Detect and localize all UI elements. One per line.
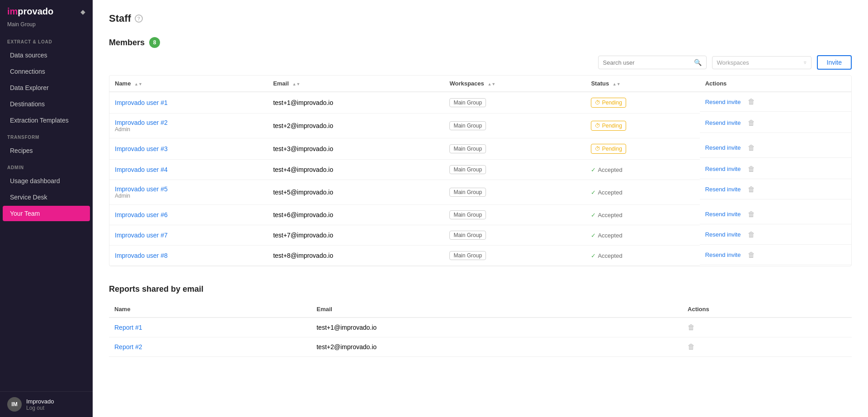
- reports-table: Name Email Actions Report #1 test+1@impr…: [109, 301, 852, 357]
- logout-button[interactable]: Log out: [26, 405, 54, 411]
- member-email-cell: test+7@improvado.io: [268, 225, 444, 246]
- member-name-link[interactable]: Improvado user #4: [115, 166, 168, 173]
- member-name-link[interactable]: Improvado user #6: [115, 211, 168, 218]
- sidebar-item-recipes[interactable]: Recipes: [3, 143, 90, 158]
- workspace-tag: Main Group: [449, 231, 486, 240]
- sidebar-item-service-desk[interactable]: Service Desk: [3, 190, 90, 205]
- member-name-cell: Improvado user #3: [109, 138, 268, 160]
- resend-invite-link[interactable]: Resend invite: [705, 144, 741, 151]
- reports-col-email: Email: [311, 301, 682, 317]
- workspace-switcher-icon[interactable]: ◆: [80, 8, 85, 15]
- sidebar-item-your-team[interactable]: Your Team: [3, 206, 90, 221]
- search-box: 🔍: [598, 56, 707, 69]
- resend-invite-link[interactable]: Resend invite: [705, 211, 741, 218]
- status-accepted: ✓ Accepted: [591, 166, 622, 173]
- logo: improvado: [7, 6, 53, 17]
- member-status-cell: ✓ Accepted: [585, 205, 699, 225]
- member-name-cell: Improvado user #2 Admin: [109, 114, 268, 138]
- resend-invite-link[interactable]: Resend invite: [705, 166, 741, 172]
- status-accepted: ✓ Accepted: [591, 189, 622, 196]
- search-input[interactable]: [603, 59, 691, 66]
- section-extract-load: EXTRACT & LOAD: [0, 33, 93, 47]
- member-name-link[interactable]: Improvado user #8: [115, 252, 168, 259]
- member-name-link[interactable]: Improvado user #7: [115, 232, 168, 239]
- members-section-header: Members 8: [109, 37, 852, 48]
- table-row: Improvado user #6 test+6@improvado.io Ma…: [109, 205, 851, 225]
- table-row: Improvado user #8 test+8@improvado.io Ma…: [109, 246, 851, 266]
- member-actions-cell: Resend invite 🗑: [700, 138, 851, 158]
- delete-icon[interactable]: 🗑: [748, 119, 755, 127]
- member-name-link[interactable]: Improvado user #3: [115, 145, 168, 152]
- workspaces-sort-icons[interactable]: ▲▼: [487, 82, 495, 86]
- resend-invite-link[interactable]: Resend invite: [705, 186, 741, 193]
- delete-icon[interactable]: 🗑: [748, 251, 755, 259]
- delete-icon[interactable]: 🗑: [748, 210, 755, 218]
- section-transform: TRANSFORM: [0, 128, 93, 142]
- sidebar: improvado ◆ Main Group EXTRACT & LOAD Da…: [0, 0, 93, 417]
- sidebar-item-destinations[interactable]: Destinations: [3, 96, 90, 112]
- member-workspace-cell: Main Group: [444, 225, 585, 246]
- resend-invite-link[interactable]: Resend invite: [705, 251, 741, 258]
- delete-icon[interactable]: 🗑: [748, 231, 755, 239]
- status-accepted: ✓ Accepted: [591, 212, 622, 218]
- member-actions-cell: Resend invite 🗑: [700, 92, 851, 112]
- member-name-link[interactable]: Improvado user #1: [115, 99, 168, 106]
- table-row: Improvado user #4 test+4@improvado.io Ma…: [109, 160, 851, 180]
- member-workspace-cell: Main Group: [444, 205, 585, 225]
- table-row: Improvado user #1 test+1@improvado.io Ma…: [109, 92, 851, 114]
- workspaces-filter[interactable]: Workspaces ▿: [712, 56, 811, 69]
- workspace-tag: Main Group: [449, 98, 486, 107]
- member-workspace-cell: Main Group: [444, 138, 585, 160]
- sidebar-item-connections[interactable]: Connections: [3, 64, 90, 79]
- col-actions: Actions: [700, 76, 851, 92]
- member-status-cell: ✓ Accepted: [585, 246, 699, 266]
- member-name-cell: Improvado user #6: [109, 205, 268, 225]
- member-actions-cell: Resend invite 🗑: [700, 225, 851, 245]
- member-workspace-cell: Main Group: [444, 114, 585, 138]
- member-workspace-cell: Main Group: [444, 246, 585, 266]
- sidebar-item-extraction-templates[interactable]: Extraction Templates: [3, 113, 90, 128]
- workspace-tag: Main Group: [449, 251, 486, 260]
- report-name-link[interactable]: Report #2: [114, 343, 142, 351]
- reports-section-header: Reports shared by email: [109, 284, 852, 294]
- delete-icon[interactable]: 🗑: [748, 144, 755, 152]
- workspaces-filter-label: Workspaces: [717, 59, 749, 66]
- resend-invite-link[interactable]: Resend invite: [705, 119, 741, 126]
- table-row: Improvado user #3 test+3@improvado.io Ma…: [109, 138, 851, 160]
- email-sort-icons[interactable]: ▲▼: [292, 82, 300, 86]
- col-status: Status ▲▼: [585, 76, 699, 92]
- report-email-cell: test+2@improvado.io: [311, 337, 682, 357]
- resend-invite-link[interactable]: Resend invite: [705, 231, 741, 238]
- report-email-cell: test+1@improvado.io: [311, 317, 682, 337]
- delete-icon[interactable]: 🗑: [748, 165, 755, 173]
- member-actions-cell: Resend invite 🗑: [700, 180, 851, 199]
- name-sort-icons[interactable]: ▲▼: [134, 82, 142, 86]
- sidebar-item-usage-dashboard[interactable]: Usage dashboard: [3, 173, 90, 189]
- member-status-cell: ⏱ Pending: [585, 114, 699, 138]
- report-name-cell: Report #2: [109, 337, 311, 357]
- filter-icon: ▿: [804, 60, 807, 66]
- table-toolbar: 🔍 Workspaces ▿ Invite: [109, 55, 852, 70]
- member-name-link[interactable]: Improvado user #2: [115, 119, 168, 126]
- member-status-cell: ⏱ Pending: [585, 92, 699, 114]
- delete-icon[interactable]: 🗑: [748, 185, 755, 194]
- delete-icon[interactable]: 🗑: [688, 343, 695, 351]
- workspace-tag: Main Group: [449, 188, 486, 197]
- report-actions-cell: 🗑: [682, 337, 852, 357]
- col-name: Name ▲▼: [109, 76, 268, 92]
- delete-icon[interactable]: 🗑: [688, 323, 695, 331]
- workspace-tag: Main Group: [449, 121, 486, 130]
- report-name-link[interactable]: Report #1: [114, 324, 142, 331]
- report-name-cell: Report #1: [109, 317, 311, 337]
- members-table-wrapper: Name ▲▼ Email ▲▼ Workspaces ▲▼ Status ▲▼: [109, 75, 852, 266]
- delete-icon[interactable]: 🗑: [748, 98, 755, 106]
- member-name-link[interactable]: Improvado user #5: [115, 185, 168, 193]
- member-workspace-cell: Main Group: [444, 92, 585, 114]
- sidebar-item-data-sources[interactable]: Data sources: [3, 47, 90, 63]
- sidebar-item-data-explorer[interactable]: Data Explorer: [3, 80, 90, 95]
- resend-invite-link[interactable]: Resend invite: [705, 99, 741, 105]
- page-title: Staff: [109, 13, 131, 24]
- status-sort-icons[interactable]: ▲▼: [613, 82, 621, 86]
- invite-button[interactable]: Invite: [817, 55, 852, 70]
- workspace-tag: Main Group: [449, 144, 486, 153]
